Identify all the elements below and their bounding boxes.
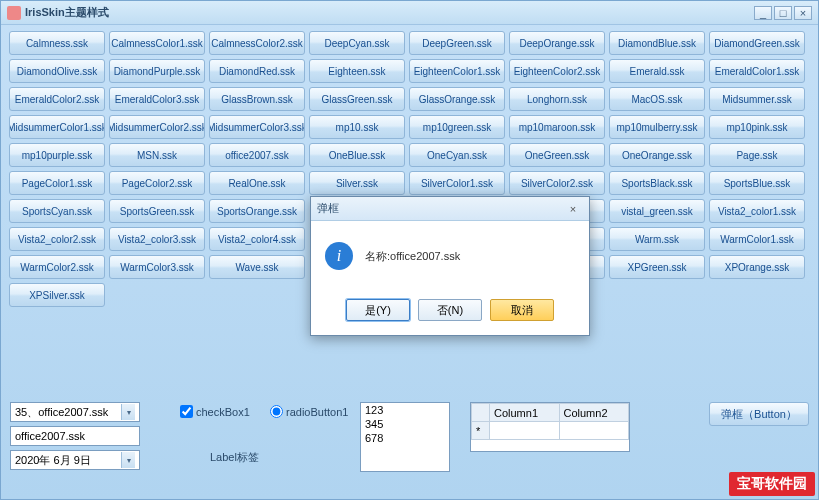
skin-button[interactable]: DiamondGreen.ssk — [709, 31, 805, 55]
info-icon: i — [325, 242, 353, 270]
no-button[interactable]: 否(N) — [418, 299, 482, 321]
skin-button[interactable]: DeepOrange.ssk — [509, 31, 605, 55]
skin-button[interactable]: WarmColor3.ssk — [109, 255, 205, 279]
listbox[interactable]: 123345678 — [360, 402, 450, 472]
skin-button[interactable]: Page.ssk — [709, 143, 805, 167]
yes-button[interactable]: 是(Y) — [346, 299, 410, 321]
dialog-close-button[interactable]: × — [563, 201, 583, 217]
skin-button[interactable]: CalmnessColor2.ssk — [209, 31, 305, 55]
dialog-titlebar[interactable]: 弹框 × — [311, 197, 589, 221]
popup-button[interactable]: 弹框（Button） — [709, 402, 809, 426]
skin-button[interactable]: Calmness.ssk — [9, 31, 105, 55]
skin-button[interactable]: Vista2_color4.ssk — [209, 227, 305, 251]
skin-button[interactable]: DeepGreen.ssk — [409, 31, 505, 55]
radio-input[interactable] — [270, 405, 283, 418]
datagridview[interactable]: Column1 Column2 * — [470, 402, 630, 452]
skin-button[interactable]: GlassGreen.ssk — [309, 87, 405, 111]
dialog-body: i 名称:office2007.ssk — [311, 221, 589, 291]
dialog-title-text: 弹框 — [317, 201, 563, 216]
skin-button[interactable]: Vista2_color1.ssk — [709, 199, 805, 223]
skin-button[interactable]: mp10maroon.ssk — [509, 115, 605, 139]
skin-combobox[interactable]: 35、office2007.ssk ▾ — [10, 402, 140, 422]
date-picker[interactable]: 2020年 6月 9日 ▾ — [10, 450, 140, 470]
skin-button[interactable]: SportsBlack.ssk — [609, 171, 705, 195]
cancel-button[interactable]: 取消 — [490, 299, 554, 321]
skin-button[interactable]: MacOS.ssk — [609, 87, 705, 111]
skin-button[interactable]: Vista2_color3.ssk — [109, 227, 205, 251]
skin-button[interactable]: mp10.ssk — [309, 115, 405, 139]
skin-button[interactable]: EighteenColor2.ssk — [509, 59, 605, 83]
grid-cell[interactable] — [559, 422, 629, 440]
skin-button[interactable]: OneOrange.ssk — [609, 143, 705, 167]
skin-button[interactable]: MidsummerColor1.ssk — [9, 115, 105, 139]
skin-button[interactable]: DiamondPurple.ssk — [109, 59, 205, 83]
skin-button[interactable]: EmeraldColor2.ssk — [9, 87, 105, 111]
skin-button[interactable]: mp10pink.ssk — [709, 115, 805, 139]
skin-button[interactable]: SilverColor2.ssk — [509, 171, 605, 195]
chevron-down-icon[interactable]: ▾ — [121, 452, 135, 468]
skin-button[interactable]: SportsGreen.ssk — [109, 199, 205, 223]
skin-button[interactable]: GlassOrange.ssk — [409, 87, 505, 111]
skin-button[interactable]: SportsCyan.ssk — [9, 199, 105, 223]
skin-textbox[interactable]: office2007.ssk — [10, 426, 140, 446]
skin-button[interactable]: mp10purple.ssk — [9, 143, 105, 167]
skin-button[interactable]: SportsOrange.ssk — [209, 199, 305, 223]
skin-button[interactable]: DiamondBlue.ssk — [609, 31, 705, 55]
skin-button[interactable]: RealOne.ssk — [209, 171, 305, 195]
skin-button[interactable]: EmeraldColor1.ssk — [709, 59, 805, 83]
skin-button[interactable]: Emerald.ssk — [609, 59, 705, 83]
skin-button[interactable]: office2007.ssk — [209, 143, 305, 167]
chevron-down-icon[interactable]: ▾ — [121, 404, 135, 420]
watermark: 宝哥软件园 — [729, 472, 815, 496]
checkbox-label: checkBox1 — [196, 406, 250, 418]
skin-button[interactable]: Midsummer.ssk — [709, 87, 805, 111]
skin-button[interactable]: mp10mulberry.ssk — [609, 115, 705, 139]
skin-button[interactable]: Wave.ssk — [209, 255, 305, 279]
list-item[interactable]: 678 — [361, 431, 449, 445]
skin-button[interactable]: XPOrange.ssk — [709, 255, 805, 279]
skin-button[interactable]: EighteenColor1.ssk — [409, 59, 505, 83]
skin-button[interactable]: Longhorn.ssk — [509, 87, 605, 111]
skin-button[interactable]: SportsBlue.ssk — [709, 171, 805, 195]
skin-button[interactable]: MidsummerColor2.ssk — [109, 115, 205, 139]
close-button[interactable]: × — [794, 6, 812, 20]
skin-button[interactable]: CalmnessColor1.ssk — [109, 31, 205, 55]
skin-button[interactable]: DiamondRed.ssk — [209, 59, 305, 83]
checkbox1[interactable]: checkBox1 — [180, 405, 250, 418]
skin-button[interactable]: SilverColor1.ssk — [409, 171, 505, 195]
grid-cell[interactable] — [490, 422, 560, 440]
skin-button[interactable]: XPGreen.ssk — [609, 255, 705, 279]
grid-header-col1[interactable]: Column1 — [490, 404, 560, 422]
skin-button[interactable]: PageColor1.ssk — [9, 171, 105, 195]
minimize-button[interactable]: _ — [754, 6, 772, 20]
grid-header-col2[interactable]: Column2 — [559, 404, 629, 422]
skin-button[interactable]: Warm.ssk — [609, 227, 705, 251]
skin-button[interactable]: MidsummerColor3.ssk — [209, 115, 305, 139]
skin-button[interactable]: OneGreen.ssk — [509, 143, 605, 167]
list-item[interactable]: 345 — [361, 417, 449, 431]
list-item[interactable]: 123 — [361, 403, 449, 417]
skin-button[interactable]: WarmColor1.ssk — [709, 227, 805, 251]
skin-button[interactable]: OneCyan.ssk — [409, 143, 505, 167]
skin-button[interactable]: EmeraldColor3.ssk — [109, 87, 205, 111]
skin-button[interactable]: XPSilver.ssk — [9, 283, 105, 307]
skin-button[interactable]: DiamondOlive.ssk — [9, 59, 105, 83]
radio1[interactable]: radioButton1 — [270, 405, 348, 418]
checkbox-input[interactable] — [180, 405, 193, 418]
titlebar[interactable]: IrisSkin主题样式 _ □ × — [1, 1, 818, 25]
skin-button[interactable]: Silver.ssk — [309, 171, 405, 195]
skin-button[interactable]: PageColor2.ssk — [109, 171, 205, 195]
skin-button[interactable]: Vista2_color2.ssk — [9, 227, 105, 251]
skin-button[interactable]: WarmColor2.ssk — [9, 255, 105, 279]
message-dialog: 弹框 × i 名称:office2007.ssk 是(Y) 否(N) 取消 — [310, 196, 590, 336]
skin-button[interactable]: mp10green.ssk — [409, 115, 505, 139]
skin-button[interactable]: MSN.ssk — [109, 143, 205, 167]
skin-button[interactable]: GlassBrown.ssk — [209, 87, 305, 111]
date-value: 2020年 6月 9日 — [15, 453, 91, 468]
skin-button[interactable]: DeepCyan.ssk — [309, 31, 405, 55]
skin-button[interactable]: Eighteen.ssk — [309, 59, 405, 83]
skin-button[interactable]: OneBlue.ssk — [309, 143, 405, 167]
grid-rowhead: * — [472, 422, 490, 440]
skin-button[interactable]: vistal_green.ssk — [609, 199, 705, 223]
maximize-button[interactable]: □ — [774, 6, 792, 20]
